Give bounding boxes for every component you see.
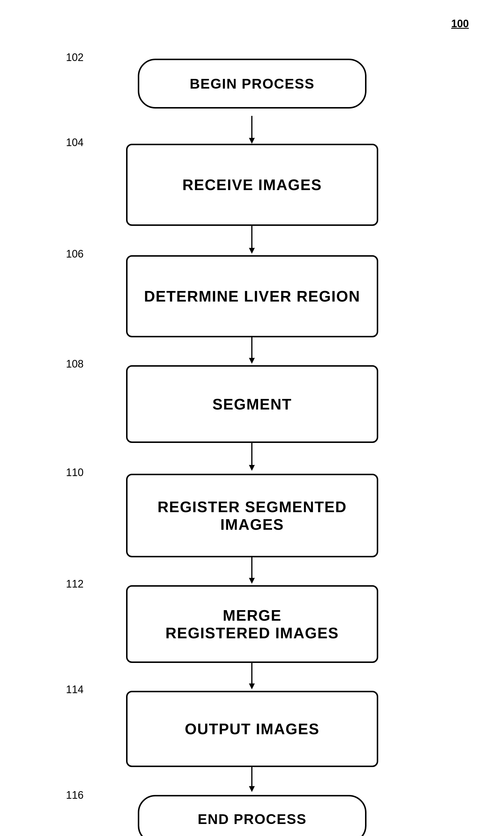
svg-marker-9 (249, 578, 255, 584)
svg-marker-11 (249, 683, 255, 689)
end-process-box: END PROCESS (138, 795, 367, 836)
ref-114: 114 (66, 683, 83, 696)
determine-liver-region-box: DETERMINE LIVER REGION (126, 255, 378, 337)
svg-marker-13 (249, 786, 255, 792)
ref-108: 108 (66, 358, 83, 370)
ref-110: 110 (66, 467, 83, 479)
begin-process-box: BEGIN PROCESS (138, 59, 367, 109)
flowchart-diagram: 100 102 BEGIN PROCESS 104 RECEIVE IMAGES (0, 0, 504, 836)
output-images-box: OUTPUT IMAGES (126, 691, 378, 767)
ref-102: 102 (66, 51, 83, 64)
ref-106: 106 (66, 248, 83, 260)
segment-box: SEGMENT (126, 365, 378, 443)
register-segmented-images-box: REGISTER SEGMENTED IMAGES (126, 474, 378, 557)
ref-112: 112 (66, 578, 83, 590)
svg-marker-7 (249, 465, 255, 471)
svg-marker-3 (249, 248, 255, 254)
ref-104: 104 (66, 136, 83, 149)
svg-marker-5 (249, 358, 255, 364)
merge-registered-images-box: MERGE REGISTERED IMAGES (126, 585, 378, 663)
svg-marker-1 (249, 138, 255, 144)
ref-116: 116 (66, 789, 83, 801)
receive-images-box: RECEIVE IMAGES (126, 144, 378, 226)
